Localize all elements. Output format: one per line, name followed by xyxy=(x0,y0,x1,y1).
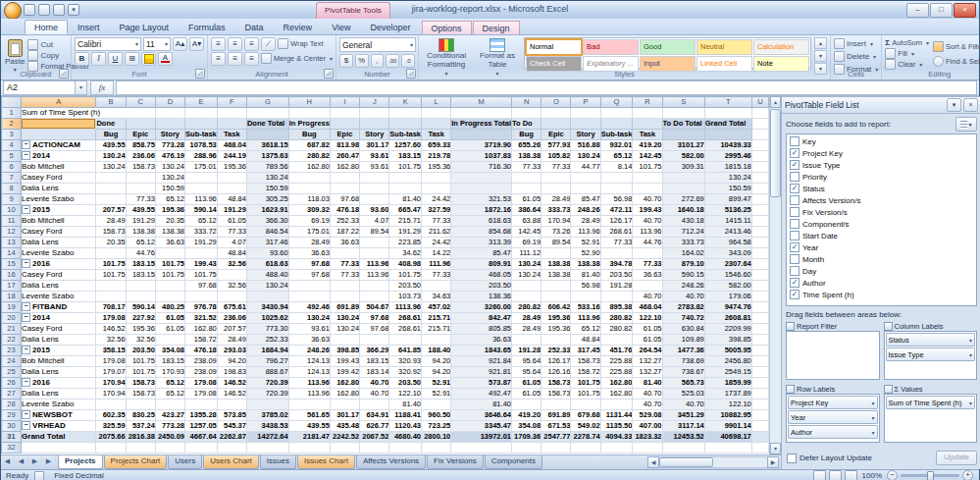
cell[interactable]: 215.71 xyxy=(389,216,422,227)
cell[interactable]: 183.15 xyxy=(126,270,155,281)
cell[interactable]: 162.80 xyxy=(330,378,359,389)
pivot-row-label[interactable]: Grand Total xyxy=(22,432,96,443)
cell[interactable]: 964.58 xyxy=(704,238,751,248)
cell[interactable]: 4680.40 xyxy=(389,432,422,443)
cell[interactable]: 158.73 xyxy=(571,356,600,367)
cell[interactable]: 476.18 xyxy=(330,205,359,216)
cell[interactable]: 327.59 xyxy=(422,205,451,216)
cell[interactable]: 40.70 xyxy=(633,400,662,410)
cell[interactable] xyxy=(571,292,600,302)
cell[interactable]: 164.02 xyxy=(662,248,704,259)
cell[interactable]: 248.26 xyxy=(662,281,704,292)
cell[interactable] xyxy=(360,194,389,205)
cell[interactable]: 895.38 xyxy=(600,302,633,313)
pivot-col-header[interactable]: To Do xyxy=(511,119,541,130)
cell[interactable] xyxy=(185,248,218,259)
row-header-1[interactable]: 1 xyxy=(2,108,22,119)
cell[interactable]: 712.24 xyxy=(662,227,704,238)
cell[interactable]: 590.14 xyxy=(185,205,218,216)
last-sheet-icon[interactable]: ▶ xyxy=(42,455,56,468)
maximize-button[interactable]: □ xyxy=(930,3,953,18)
cell[interactable]: 101.75 xyxy=(389,270,422,281)
cell[interactable]: 1477.36 xyxy=(662,346,704,356)
cell[interactable] xyxy=(360,184,389,194)
cell[interactable] xyxy=(751,400,768,410)
field-checkbox[interactable]: ✓ xyxy=(790,160,799,170)
cell[interactable]: 280.82 xyxy=(288,151,330,162)
pivot-col-header[interactable] xyxy=(217,119,246,130)
column-header-R[interactable]: R xyxy=(633,97,662,108)
cell[interactable]: 2450.09 xyxy=(155,432,184,443)
cell[interactable]: 1815.18 xyxy=(704,162,751,173)
cell[interactable]: 138.38 xyxy=(155,227,184,238)
cell[interactable] xyxy=(330,443,359,453)
cell[interactable]: 301.17 xyxy=(330,410,359,421)
column-header-S[interactable]: S xyxy=(662,97,704,108)
cell[interactable]: 207.57 xyxy=(96,205,126,216)
cell[interactable]: 3117.14 xyxy=(662,421,704,432)
cell[interactable]: 675.61 xyxy=(217,302,246,313)
column-header-Q[interactable]: Q xyxy=(600,97,633,108)
cell[interactable]: 77.33 xyxy=(422,216,451,227)
cell[interactable]: 97.68 xyxy=(330,194,359,205)
pivot-row-label[interactable]: −FITBAND xyxy=(22,302,96,313)
cell[interactable]: 655.26 xyxy=(511,140,541,151)
cell[interactable]: 573.87 xyxy=(451,378,512,389)
cell[interactable]: 94.20 xyxy=(422,367,451,378)
collapse-icon[interactable]: − xyxy=(22,313,30,322)
font-color-button[interactable]: A xyxy=(158,52,173,66)
cell[interactable] xyxy=(600,173,633,184)
cell[interactable] xyxy=(360,238,389,248)
cell[interactable] xyxy=(96,173,126,184)
cell[interactable]: 305.25 xyxy=(246,194,288,205)
row-header-2[interactable]: 2 xyxy=(2,119,22,130)
cell[interactable]: 1843.65 xyxy=(451,346,512,356)
zoom-slider-thumb[interactable] xyxy=(927,471,934,480)
column-labels-box[interactable]: Status▾Issue Type▾ xyxy=(884,331,978,380)
pivot-row-label[interactable]: Dalia Lens xyxy=(22,389,96,400)
cell[interactable]: 313.39 xyxy=(451,238,512,248)
row-header-23[interactable]: 23 xyxy=(2,346,22,356)
cell[interactable]: 89.54 xyxy=(542,238,571,248)
cell[interactable]: 333.73 xyxy=(542,205,571,216)
horizontal-scrollbar[interactable]: ◀ ▶ xyxy=(647,455,779,468)
delete-cells-button[interactable]: Delete▾ xyxy=(834,50,878,62)
cell[interactable]: 32.56 xyxy=(217,259,246,270)
cell[interactable]: 225.88 xyxy=(600,356,633,367)
cell[interactable]: 28.49 xyxy=(288,238,330,248)
cell[interactable]: 20.35 xyxy=(155,216,184,227)
cell[interactable]: 158.73 xyxy=(126,389,155,400)
cell[interactable]: 132.27 xyxy=(633,367,662,378)
cell[interactable]: 740.72 xyxy=(662,313,704,324)
cell[interactable]: 150.59 xyxy=(704,184,751,194)
cell[interactable]: 28.49 xyxy=(511,324,541,335)
cell[interactable]: 97.68 xyxy=(288,259,330,270)
cell[interactable]: 130.24 xyxy=(571,151,600,162)
selected-cell-A2[interactable] xyxy=(22,119,96,130)
cell[interactable]: 238.09 xyxy=(185,367,218,378)
cell[interactable] xyxy=(751,248,768,259)
row-header-4[interactable]: 4 xyxy=(2,140,22,151)
cell[interactable] xyxy=(422,184,451,194)
align-right-icon[interactable]: ≡ xyxy=(244,52,259,66)
font-name-combo[interactable]: Calibri▾ xyxy=(75,37,141,51)
sheet-tab-users-chart[interactable]: Users Chart xyxy=(203,455,259,469)
ribbon-tab-developer[interactable]: Developer xyxy=(360,20,420,34)
row-header-7[interactable]: 7 xyxy=(2,173,22,184)
cell[interactable]: 671.53 xyxy=(542,421,571,432)
field-checkbox[interactable] xyxy=(790,195,799,205)
cell[interactable]: 590.14 xyxy=(126,302,155,313)
cell[interactable]: 549.02 xyxy=(571,421,600,432)
cell[interactable]: 198.83 xyxy=(217,367,246,378)
cell[interactable] xyxy=(155,400,184,410)
cell[interactable]: 9474.76 xyxy=(704,302,751,313)
cell[interactable]: 199.43 xyxy=(330,356,359,367)
cell[interactable]: 225.88 xyxy=(600,367,633,378)
cell[interactable]: 626.77 xyxy=(360,421,389,432)
cell[interactable]: 8.14 xyxy=(600,162,633,173)
row-header-10[interactable]: 10 xyxy=(2,205,22,216)
percent-button[interactable]: % xyxy=(355,54,369,68)
area-field-status[interactable]: Status▾ xyxy=(886,333,976,347)
cell[interactable]: 10439.33 xyxy=(704,140,751,151)
cell[interactable]: 582.00 xyxy=(704,281,751,292)
